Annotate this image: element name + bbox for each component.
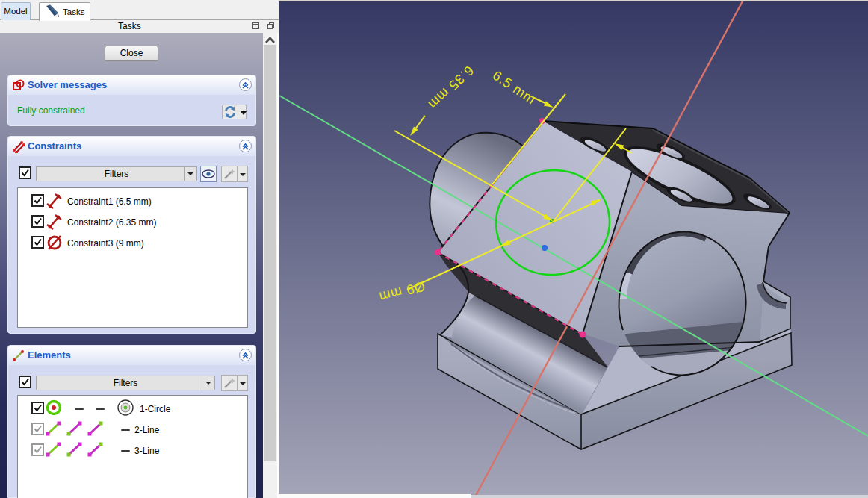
svg-text:Ø9 mm: Ø9 mm — [377, 278, 427, 305]
svg-text:6.35 mm: 6.35 mm — [425, 63, 477, 112]
svg-text:6.5 mm: 6.5 mm — [490, 68, 539, 108]
